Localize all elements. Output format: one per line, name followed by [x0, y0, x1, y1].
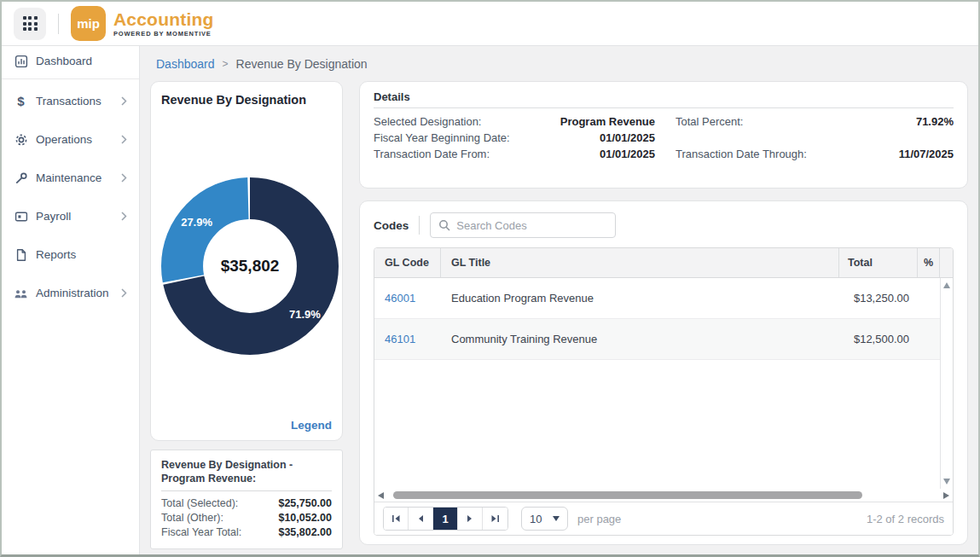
search-icon: [438, 219, 450, 231]
column-header-gl-title[interactable]: GL Title: [441, 248, 839, 277]
total-cell: $12,500.00: [839, 333, 918, 345]
app-launcher-button[interactable]: [14, 8, 46, 40]
detail-label: Total Percent:: [676, 113, 846, 130]
summary-label: Fiscal Year Total:: [161, 525, 241, 540]
sidebar-item-operations[interactable]: Operations: [2, 123, 139, 156]
sidebar-item-label: Operations: [36, 133, 121, 146]
sidebar-item-label: Maintenance: [36, 171, 121, 184]
sidebar-item-dashboard[interactable]: Dashboard: [2, 46, 139, 79]
scroll-down-icon[interactable]: [943, 479, 950, 484]
column-header-total[interactable]: Total: [839, 248, 918, 277]
payroll-card-icon: [14, 209, 28, 223]
page-number-button[interactable]: 1: [433, 508, 458, 530]
previous-page-button[interactable]: [409, 508, 433, 530]
main-area: Dashboard > Revenue By Designation Reven…: [140, 46, 978, 554]
scroll-up-icon[interactable]: [943, 282, 950, 288]
table-row[interactable]: 46001 Education Program Revenue $13,250.…: [374, 278, 940, 319]
codes-card: Codes GL Code: [359, 200, 968, 545]
page-size-dropdown[interactable]: 10: [521, 507, 568, 531]
detail-label: Selected Designation:: [374, 113, 536, 130]
gl-title-cell: Community Training Revenue: [441, 333, 839, 345]
donut-label-selected: 71.9%: [289, 308, 321, 321]
chevron-right-icon: [121, 135, 127, 144]
horizontal-scroll-track[interactable]: [388, 491, 939, 499]
sidebar-item-administration[interactable]: Administration: [2, 276, 139, 310]
details-title: Details: [374, 90, 954, 108]
page-size-value: 10: [530, 513, 542, 525]
summary-row: Total (Selected): $25,750.00: [161, 496, 332, 511]
detail-label: Transaction Date From:: [374, 146, 536, 162]
vertical-scrollbar[interactable]: [940, 278, 953, 489]
sidebar-item-label: Reports: [36, 248, 127, 261]
caret-down-icon: [553, 516, 560, 521]
breadcrumb-dashboard-link[interactable]: Dashboard: [156, 57, 215, 71]
codes-divider: [419, 216, 420, 235]
next-page-button[interactable]: [458, 508, 483, 530]
detail-value: [846, 130, 954, 146]
breadcrumb: Dashboard > Revenue By Designation: [150, 46, 968, 81]
revenue-summary-card: Revenue By Designation - Program Revenue…: [150, 450, 343, 549]
scroll-left-icon[interactable]: [378, 492, 384, 499]
donut-chart: 27.9% 71.9% $35,802: [161, 177, 339, 355]
detail-value: 71.92%: [846, 113, 954, 130]
sidebar-item-payroll[interactable]: Payroll: [2, 200, 139, 233]
codes-rows: 46001 Education Program Revenue $13,250.…: [374, 278, 940, 489]
brand-tagline: POWERED BY MOMENTIVE: [113, 30, 214, 38]
chevron-right-icon: [121, 96, 127, 106]
chevron-right-icon: [121, 212, 127, 221]
detail-value: 01/01/2025: [536, 146, 655, 162]
sidebar-item-reports[interactable]: Reports: [2, 238, 139, 271]
details-card: Details Selected Designation: Fiscal Yea…: [359, 81, 968, 189]
summary-value: $10,052.00: [278, 511, 332, 525]
column-header-percent[interactable]: %: [918, 248, 940, 277]
summary-label: Total (Other):: [161, 511, 223, 525]
gl-code-link[interactable]: 46101: [385, 333, 415, 345]
horizontal-scrollbar[interactable]: [374, 489, 953, 502]
sidebar-item-maintenance[interactable]: Maintenance: [2, 161, 139, 194]
codes-section-label: Codes: [374, 219, 409, 232]
donut-center-total: $35,802: [221, 257, 280, 276]
total-cell: $13,250.00: [839, 292, 918, 305]
table-row[interactable]: 46101 Community Training Revenue $12,500…: [374, 319, 940, 360]
summary-row: Fiscal Year Total: $35,802.00: [161, 525, 332, 540]
horizontal-scroll-thumb[interactable]: [393, 491, 861, 499]
records-count: 1-2 of 2 records: [867, 513, 944, 525]
chart-title: Revenue By Designation: [161, 93, 332, 107]
detail-label: Fiscal Year Beginning Date:: [374, 130, 536, 146]
summary-row: Total (Other): $10,052.00: [161, 511, 332, 525]
detail-value: 01/01/2025: [536, 130, 655, 146]
grid-icon: [23, 16, 38, 31]
detail-label: [676, 130, 846, 146]
sidebar-item-label: Payroll: [36, 210, 121, 223]
scroll-right-icon[interactable]: [943, 492, 949, 499]
last-page-button[interactable]: [483, 508, 507, 530]
first-page-button[interactable]: [384, 508, 409, 530]
app-name: Accounting: [113, 10, 214, 28]
summary-label: Total (Selected):: [161, 496, 238, 511]
pagination-buttons: 1: [383, 507, 508, 531]
search-codes-box: [430, 212, 616, 238]
breadcrumb-current: Revenue By Designation: [236, 57, 368, 71]
codes-table-header: GL Code GL Title Total %: [374, 248, 953, 278]
top-header: mip Accounting POWERED BY MOMENTIVE: [2, 2, 978, 46]
chevron-right-icon: [121, 288, 127, 298]
detail-value: 11/07/2025: [846, 146, 954, 162]
codes-table: GL Code GL Title Total % 46001: [374, 247, 954, 536]
donut-label-other: 27.9%: [181, 216, 212, 229]
detail-label: Transaction Date Through:: [676, 146, 846, 162]
brand-block: Accounting POWERED BY MOMENTIVE: [113, 10, 214, 38]
detail-value: Program Revenue: [536, 113, 655, 130]
sidebar-item-label: Transactions: [36, 95, 121, 107]
document-icon: [14, 247, 28, 262]
revenue-chart-card: Revenue By Designation 27.9% 71.9% $35,8…: [150, 81, 343, 441]
gl-title-cell: Education Program Revenue: [441, 292, 839, 305]
sidebar-item-label: Administration: [36, 287, 121, 299]
sidebar-item-transactions[interactable]: $ Transactions: [2, 84, 139, 118]
legend-link[interactable]: Legend: [291, 419, 332, 432]
gl-code-link[interactable]: 46001: [385, 292, 415, 305]
dollar-icon: $: [14, 94, 28, 108]
search-codes-input[interactable]: [456, 219, 607, 232]
column-header-gl-code[interactable]: GL Code: [374, 248, 441, 277]
dashboard-icon: [14, 54, 28, 68]
sidebar-item-label: Dashboard: [36, 55, 127, 67]
